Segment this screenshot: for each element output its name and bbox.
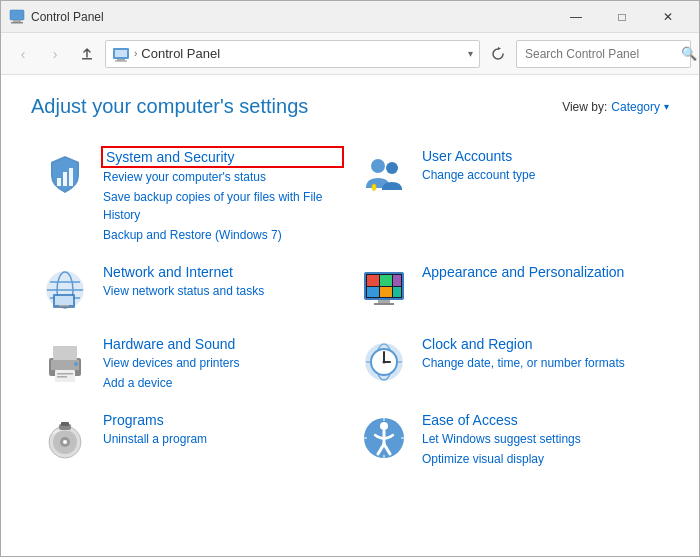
category-user-accounts: User Accounts Change account type bbox=[350, 138, 669, 254]
svg-rect-20 bbox=[59, 305, 69, 307]
search-input[interactable] bbox=[525, 47, 675, 61]
ease-access-icon bbox=[358, 412, 410, 464]
ease-access-link[interactable]: Ease of Access bbox=[422, 412, 581, 428]
category-clock: Clock and Region Change date, time, or n… bbox=[350, 326, 669, 402]
appearance-info: Appearance and Personalization bbox=[422, 264, 624, 280]
address-chevron-icon[interactable]: ▾ bbox=[468, 48, 473, 59]
appearance-link[interactable]: Appearance and Personalization bbox=[422, 264, 624, 280]
maximize-button[interactable]: □ bbox=[599, 1, 645, 33]
system-security-link[interactable]: System and Security bbox=[103, 148, 342, 166]
user-accounts-link[interactable]: User Accounts bbox=[422, 148, 535, 164]
svg-rect-29 bbox=[393, 287, 401, 297]
hardware-icon bbox=[39, 336, 91, 388]
system-security-sub1[interactable]: Review your computer's status bbox=[103, 168, 342, 186]
svg-rect-9 bbox=[63, 172, 67, 186]
view-by-control: View by: Category ▾ bbox=[562, 100, 669, 114]
svg-rect-6 bbox=[117, 59, 125, 61]
category-network: Network and Internet View network status… bbox=[31, 254, 350, 326]
svg-rect-37 bbox=[57, 376, 67, 378]
svg-rect-27 bbox=[380, 287, 392, 297]
title-bar: Control Panel — □ ✕ bbox=[1, 1, 699, 33]
viewby-label: View by: bbox=[562, 100, 607, 114]
svg-rect-5 bbox=[115, 50, 127, 57]
svg-rect-31 bbox=[374, 303, 394, 305]
system-security-sub2[interactable]: Save backup copies of your files with Fi… bbox=[103, 188, 342, 224]
address-separator: › bbox=[134, 48, 137, 59]
svg-rect-30 bbox=[378, 300, 390, 303]
categories-grid: System and Security Review your computer… bbox=[31, 138, 669, 478]
viewby-chevron-icon[interactable]: ▾ bbox=[664, 101, 669, 112]
svg-rect-51 bbox=[61, 422, 69, 426]
network-icon bbox=[39, 264, 91, 316]
search-bar[interactable]: 🔍 bbox=[516, 40, 691, 68]
clock-icon bbox=[358, 336, 410, 388]
svg-point-38 bbox=[74, 362, 78, 366]
svg-rect-3 bbox=[82, 58, 92, 60]
address-path: Control Panel bbox=[141, 46, 464, 61]
ease-access-info: Ease of Access Let Windows suggest setti… bbox=[422, 412, 581, 468]
network-link[interactable]: Network and Internet bbox=[103, 264, 264, 280]
address-bar[interactable]: › Control Panel ▾ bbox=[105, 40, 480, 68]
system-security-sub3[interactable]: Backup and Restore (Windows 7) bbox=[103, 226, 342, 244]
ease-access-sub1[interactable]: Let Windows suggest settings bbox=[422, 430, 581, 448]
svg-rect-34 bbox=[53, 346, 77, 360]
refresh-button[interactable] bbox=[484, 40, 512, 68]
category-programs: Programs Uninstall a program bbox=[31, 402, 350, 478]
user-accounts-icon bbox=[358, 148, 410, 200]
clock-info: Clock and Region Change date, time, or n… bbox=[422, 336, 625, 372]
hardware-link[interactable]: Hardware and Sound bbox=[103, 336, 240, 352]
navigation-bar: ‹ › › Control Panel ▾ 🔍 bbox=[1, 33, 699, 75]
network-sub1[interactable]: View network status and tasks bbox=[103, 282, 264, 300]
svg-point-49 bbox=[63, 440, 67, 444]
user-accounts-info: User Accounts Change account type bbox=[422, 148, 535, 184]
window-controls: — □ ✕ bbox=[553, 1, 691, 33]
svg-point-11 bbox=[371, 159, 385, 173]
hardware-sub2[interactable]: Add a device bbox=[103, 374, 240, 392]
network-info: Network and Internet View network status… bbox=[103, 264, 264, 300]
category-hardware: Hardware and Sound View devices and prin… bbox=[31, 326, 350, 402]
svg-rect-1 bbox=[13, 20, 21, 22]
category-ease-access: Ease of Access Let Windows suggest setti… bbox=[350, 402, 669, 478]
svg-rect-0 bbox=[10, 10, 24, 20]
svg-rect-19 bbox=[55, 296, 73, 305]
user-accounts-sub1[interactable]: Change account type bbox=[422, 166, 535, 184]
svg-point-53 bbox=[380, 422, 388, 430]
clock-link[interactable]: Clock and Region bbox=[422, 336, 625, 352]
category-system-security: System and Security Review your computer… bbox=[31, 138, 350, 254]
svg-rect-2 bbox=[11, 22, 23, 24]
forward-button[interactable]: › bbox=[41, 40, 69, 68]
app-icon bbox=[9, 9, 25, 25]
svg-rect-25 bbox=[380, 275, 392, 286]
svg-rect-26 bbox=[367, 287, 379, 297]
clock-sub1[interactable]: Change date, time, or number formats bbox=[422, 354, 625, 372]
up-button[interactable] bbox=[73, 40, 101, 68]
close-button[interactable]: ✕ bbox=[645, 1, 691, 33]
ease-access-sub2[interactable]: Optimize visual display bbox=[422, 450, 581, 468]
viewby-value[interactable]: Category bbox=[611, 100, 660, 114]
svg-rect-28 bbox=[393, 275, 401, 286]
programs-link[interactable]: Programs bbox=[103, 412, 207, 428]
address-bar-icon bbox=[112, 45, 130, 63]
search-icon: 🔍 bbox=[681, 46, 697, 61]
hardware-sub1[interactable]: View devices and printers bbox=[103, 354, 240, 372]
svg-rect-8 bbox=[57, 178, 61, 186]
system-security-info: System and Security Review your computer… bbox=[103, 148, 342, 244]
window-title: Control Panel bbox=[31, 10, 553, 24]
page-header: Adjust your computer's settings View by:… bbox=[31, 95, 669, 118]
svg-rect-7 bbox=[115, 60, 127, 61]
programs-info: Programs Uninstall a program bbox=[103, 412, 207, 448]
svg-rect-10 bbox=[69, 168, 73, 186]
svg-rect-21 bbox=[56, 307, 72, 308]
category-appearance: Appearance and Personalization bbox=[350, 254, 669, 326]
minimize-button[interactable]: — bbox=[553, 1, 599, 33]
svg-rect-24 bbox=[367, 275, 379, 286]
appearance-icon bbox=[358, 264, 410, 316]
page-title: Adjust your computer's settings bbox=[31, 95, 308, 118]
main-content: Adjust your computer's settings View by:… bbox=[1, 75, 699, 556]
system-security-icon bbox=[39, 148, 91, 200]
programs-icon bbox=[39, 412, 91, 464]
hardware-info: Hardware and Sound View devices and prin… bbox=[103, 336, 240, 392]
svg-rect-36 bbox=[57, 373, 73, 375]
programs-sub1[interactable]: Uninstall a program bbox=[103, 430, 207, 448]
back-button[interactable]: ‹ bbox=[9, 40, 37, 68]
